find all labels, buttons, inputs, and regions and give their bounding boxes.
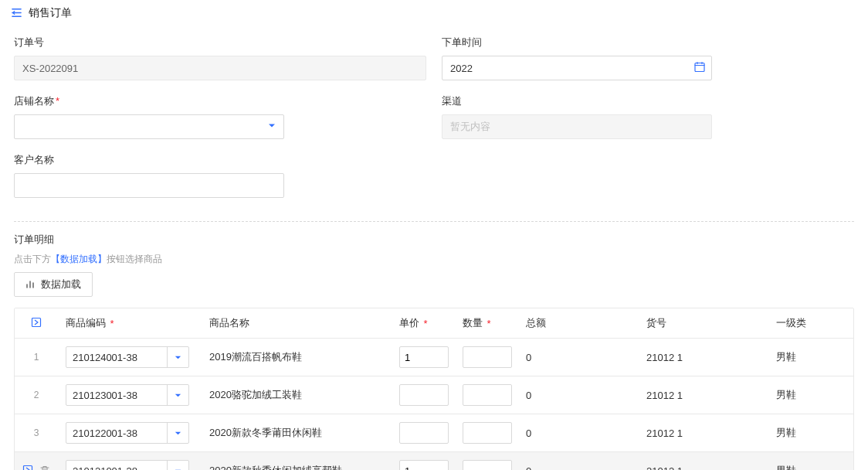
row-index: 3 xyxy=(34,427,39,438)
order-no-label: 订单号 xyxy=(14,36,426,49)
shop-name-label: 店铺名称* xyxy=(14,94,426,108)
qty-input[interactable] xyxy=(463,346,512,368)
price-input[interactable] xyxy=(399,346,449,368)
product-code-value: 210124001-38 xyxy=(66,347,167,367)
expand-all-icon[interactable] xyxy=(31,317,42,330)
sku-cell: 21012 1 xyxy=(639,414,768,451)
category-cell: 男鞋 xyxy=(768,414,839,451)
product-name-cell: 2019潮流百搭帆布鞋 xyxy=(202,339,392,376)
category-cell: 男鞋 xyxy=(768,452,839,470)
table-row: 2210123001-382020骆驼加绒工装鞋021012 1男鞋 xyxy=(15,376,853,414)
product-name-cell: 2020骆驼加绒工装鞋 xyxy=(202,376,392,414)
order-time-input[interactable] xyxy=(442,56,712,80)
th-actions xyxy=(15,308,58,338)
product-name-cell: 2020新款秋季休闲加绒高帮鞋 xyxy=(202,452,392,470)
row-index: 2 xyxy=(34,390,39,400)
total-cell: 0 xyxy=(518,339,639,376)
field-order-time: 下单时间 xyxy=(442,36,854,80)
table-row: 1210124001-382019潮流百搭帆布鞋021012 1男鞋 xyxy=(15,339,853,376)
shop-name-select[interactable] xyxy=(14,114,284,139)
product-code-value: 210122001-38 xyxy=(66,423,167,443)
detail-table: 商品编码 * 商品名称 单价 * 数量 * 总额 货号 一级类 12101240… xyxy=(14,308,854,470)
expand-row-icon[interactable] xyxy=(22,465,33,471)
channel-display: 暂无内容 xyxy=(442,114,712,139)
data-load-button[interactable]: 数据加载 xyxy=(14,272,93,297)
sku-cell: 21012 1 xyxy=(639,452,768,470)
field-shop-name: 店铺名称* xyxy=(14,94,426,139)
th-total: 总额 xyxy=(518,308,639,338)
product-code-select[interactable]: 210121001-38 xyxy=(66,460,189,470)
qty-input[interactable] xyxy=(463,384,512,406)
product-code-select[interactable]: 210122001-38 xyxy=(66,422,189,444)
svg-rect-1 xyxy=(32,318,41,326)
total-cell: 0 xyxy=(518,414,639,451)
sku-cell: 21012 1 xyxy=(639,339,768,376)
table-row: 3210122001-382020新款冬季莆田休闲鞋021012 1男鞋 xyxy=(15,414,853,452)
th-qty: 数量 * xyxy=(455,308,518,338)
product-code-value: 210121001-38 xyxy=(66,461,167,470)
price-input[interactable] xyxy=(399,384,449,406)
qty-input[interactable] xyxy=(463,460,512,470)
bar-chart-icon xyxy=(25,278,36,291)
order-no-input xyxy=(14,56,426,80)
channel-label: 渠道 xyxy=(442,94,854,108)
th-category: 一级类 xyxy=(768,308,839,338)
row-index: 1 xyxy=(34,352,39,363)
category-cell: 男鞋 xyxy=(768,376,839,414)
product-code-value: 210123001-38 xyxy=(66,385,167,405)
detail-title: 订单明细 xyxy=(14,233,854,247)
price-input[interactable] xyxy=(399,422,449,444)
product-code-select[interactable]: 210123001-38 xyxy=(66,384,189,406)
field-order-no: 订单号 xyxy=(14,36,426,80)
customer-name-input[interactable] xyxy=(14,173,284,198)
caret-down-icon[interactable] xyxy=(167,423,188,443)
category-cell: 男鞋 xyxy=(768,339,839,376)
section-divider xyxy=(14,221,854,222)
product-code-select[interactable]: 210124001-38 xyxy=(66,346,189,368)
field-channel: 渠道 暂无内容 xyxy=(442,94,854,139)
caret-down-icon[interactable] xyxy=(167,347,188,367)
page-header: 销售订单 xyxy=(0,0,868,26)
delete-row-icon[interactable] xyxy=(39,465,50,471)
order-form: 订单号 下单时间 店铺名称* 渠道 暂无内容 xyxy=(0,26,868,212)
caret-down-icon[interactable] xyxy=(167,461,188,470)
th-name: 商品名称 xyxy=(202,308,392,338)
th-sku: 货号 xyxy=(639,308,768,338)
order-time-label: 下单时间 xyxy=(442,36,854,49)
qty-input[interactable] xyxy=(463,422,512,444)
table-row: 210121001-382020新款秋季休闲加绒高帮鞋021012 1男鞋 xyxy=(15,452,853,470)
customer-name-label: 客户名称 xyxy=(14,153,431,167)
th-code: 商品编码 * xyxy=(58,308,202,338)
table-body: 1210124001-382019潮流百搭帆布鞋021012 1男鞋221012… xyxy=(15,339,853,470)
detail-hint: 点击下方【数据加载】按钮选择商品 xyxy=(14,253,854,266)
total-cell: 0 xyxy=(518,376,639,414)
sku-cell: 21012 1 xyxy=(639,376,768,414)
caret-down-icon[interactable] xyxy=(167,385,188,405)
menu-collapse-icon[interactable] xyxy=(11,7,22,20)
svg-rect-2 xyxy=(24,465,32,470)
product-name-cell: 2020新款冬季莆田休闲鞋 xyxy=(202,414,392,451)
price-input[interactable] xyxy=(399,460,449,470)
order-detail-section: 订单明细 点击下方【数据加载】按钮选择商品 数据加载 商品编码 * 商品名称 单… xyxy=(0,233,868,470)
table-header: 商品编码 * 商品名称 单价 * 数量 * 总额 货号 一级类 xyxy=(15,308,853,339)
field-customer-name: 客户名称 xyxy=(14,153,431,198)
th-price: 单价 * xyxy=(392,308,455,338)
total-cell: 0 xyxy=(518,452,639,470)
page-title: 销售订单 xyxy=(29,6,72,20)
